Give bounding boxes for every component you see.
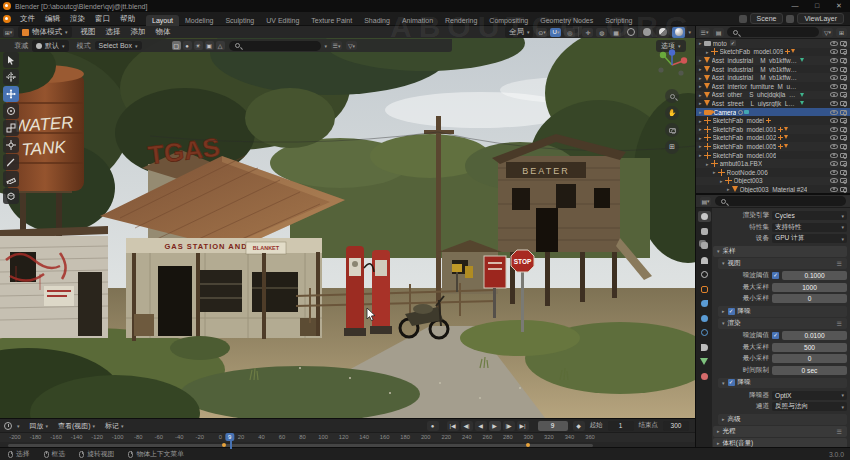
- disable-in-renders-toggle[interactable]: [840, 84, 847, 89]
- outliner-row[interactable]: ▸Asst_industrial__M_vb1kffw_LOD0.001: [696, 65, 850, 74]
- noise-threshold-checkbox[interactable]: ✓: [772, 272, 779, 279]
- tool-scale[interactable]: [3, 120, 19, 136]
- denoiser-dropdown[interactable]: OptiX▾: [772, 391, 847, 400]
- mode-dropdown[interactable]: 物体模式▾: [18, 26, 72, 38]
- keying-set-icon[interactable]: ◆: [573, 421, 585, 431]
- tab-world[interactable]: [698, 269, 711, 280]
- workspace-tab-layout[interactable]: Layout: [146, 15, 179, 26]
- filter-sphere-icon[interactable]: ●: [183, 41, 192, 50]
- outliner-row[interactable]: ▸RootNode.006: [696, 168, 850, 177]
- disable-in-renders-toggle[interactable]: [840, 170, 847, 175]
- disable-in-renders-toggle[interactable]: [840, 110, 847, 115]
- shading-solid-button[interactable]: [640, 27, 653, 38]
- tab-physics[interactable]: [698, 327, 711, 338]
- device-dropdown[interactable]: GPU 计算▾: [772, 234, 847, 243]
- hide-in-viewport-toggle[interactable]: [830, 101, 838, 106]
- disable-in-renders-toggle[interactable]: [840, 118, 847, 123]
- expand-caret[interactable]: ▸: [699, 126, 702, 132]
- hide-in-viewport-toggle[interactable]: [830, 41, 838, 46]
- render-min-samples-field[interactable]: 0: [772, 354, 847, 363]
- zoom-icon[interactable]: [665, 89, 679, 103]
- outliner-scene-icon[interactable]: ▤: [713, 28, 724, 37]
- expand-caret[interactable]: ▸: [699, 66, 702, 72]
- prev-keyframe-button[interactable]: ◀|: [461, 421, 473, 431]
- disable-in-renders-toggle[interactable]: [840, 178, 847, 183]
- close-button[interactable]: ✕: [828, 0, 850, 12]
- play-button[interactable]: ▶: [489, 421, 501, 431]
- axis-gizmo[interactable]: [655, 48, 689, 82]
- filter-light-icon[interactable]: ☀: [194, 41, 203, 50]
- tab-material[interactable]: [698, 371, 711, 382]
- scene-selector[interactable]: Scene: [750, 13, 784, 24]
- active-tool-dropdown[interactable]: Select Box▾: [95, 41, 142, 50]
- outliner-row[interactable]: ▸Asst_interior_furniture_M_ukhmfnsaw_LOD…: [696, 82, 850, 91]
- shading-rendered-button[interactable]: [672, 27, 685, 38]
- expand-caret[interactable]: ▸: [720, 178, 723, 184]
- workspace-tab-geometry-nodes[interactable]: Geometry Nodes: [534, 15, 599, 26]
- preset-icon[interactable]: ☰: [837, 428, 843, 435]
- workspace-tab-texture-paint[interactable]: Texture Paint: [305, 15, 358, 26]
- workspace-tab-shading[interactable]: Shading: [358, 15, 396, 26]
- tab-output[interactable]: [698, 226, 711, 237]
- outliner-row[interactable]: ▸ambut01a.FBX: [696, 159, 850, 168]
- tool-select-box[interactable]: [3, 52, 19, 68]
- disable-in-renders-toggle[interactable]: [840, 75, 847, 80]
- viewport-max-samples-field[interactable]: 1000: [772, 283, 847, 292]
- jump-to-end-button[interactable]: ▶|: [517, 421, 529, 431]
- properties-search-input[interactable]: [715, 196, 846, 206]
- expand-caret[interactable]: ▸: [699, 92, 702, 98]
- timeline-ruler[interactable]: -200-180-160-140-120-100-80-60-40-200204…: [0, 432, 695, 442]
- perspective-toggle-icon[interactable]: ⊞: [665, 140, 679, 154]
- show-overlays-button[interactable]: ◍: [596, 28, 607, 37]
- outliner-row[interactable]: ▸SketchFab_model: [696, 116, 850, 125]
- shading-material-button[interactable]: [656, 27, 669, 38]
- outliner-row[interactable]: ▸SketchFab_model.002: [696, 134, 850, 143]
- snap-magnet-button[interactable]: U▾: [550, 28, 561, 37]
- collection-checkbox[interactable]: ✓: [730, 40, 736, 46]
- workspace-tab-animation[interactable]: Animation: [396, 15, 439, 26]
- view-layer-selector[interactable]: ViewLayer: [797, 13, 844, 24]
- new-collection-button[interactable]: ⊞: [836, 28, 847, 37]
- feature-set-dropdown[interactable]: 支持特性▾: [772, 223, 847, 232]
- viewport-noise-field[interactable]: 0.1000: [782, 271, 847, 280]
- preset-icon[interactable]: ☰: [837, 320, 843, 327]
- expand-caret[interactable]: ▸: [699, 152, 702, 158]
- outliner-row[interactable]: ▸Asst_industrial__M_vb1kffw_LOD0: [696, 56, 850, 65]
- hide-in-viewport-toggle[interactable]: [830, 187, 838, 192]
- render-denoise-checkbox[interactable]: ✓: [728, 379, 735, 386]
- disable-in-renders-toggle[interactable]: [840, 135, 847, 140]
- current-frame-field[interactable]: 9: [538, 421, 568, 431]
- expand-caret[interactable]: ▸: [699, 40, 702, 46]
- outliner-row[interactable]: ▸Object003: [696, 177, 850, 186]
- move-view-icon[interactable]: ✋: [665, 106, 679, 120]
- expand-caret[interactable]: ▸: [699, 118, 702, 124]
- preset-icon[interactable]: ☰: [837, 260, 843, 267]
- timeline-menu-回放[interactable]: 回放 ▾: [25, 421, 53, 431]
- viewport-menu-视图[interactable]: 视图: [76, 27, 101, 37]
- outliner-row[interactable]: ▸Asst_street__L_uiysrgfjk_LOD0: [696, 99, 850, 108]
- expand-caret[interactable]: ▸: [699, 109, 702, 115]
- proportional-editing-button[interactable]: ◎: [564, 28, 575, 37]
- tab-particles[interactable]: [698, 313, 711, 324]
- expand-caret[interactable]: ▸: [699, 100, 702, 106]
- section-advanced[interactable]: ▸高级: [718, 414, 847, 425]
- section-sampling[interactable]: ▾采样: [713, 246, 847, 257]
- outliner-display-mode-dropdown[interactable]: ☰▾: [699, 28, 710, 37]
- tool-move[interactable]: [3, 86, 19, 102]
- tab-object[interactable]: [698, 284, 711, 295]
- viewport-min-samples-field[interactable]: 0: [772, 294, 847, 303]
- filter-funnel-dropdown[interactable]: ▽▾: [346, 41, 357, 50]
- tool-cursor[interactable]: [3, 69, 19, 85]
- timeline-editor-icon[interactable]: [4, 422, 12, 430]
- timeline-menu-标记[interactable]: 标记 ▾: [100, 421, 128, 431]
- expand-caret[interactable]: ▸: [699, 83, 702, 89]
- section-sampling-viewport[interactable]: ▾视图☰: [718, 258, 847, 269]
- expand-caret[interactable]: ▸: [713, 169, 716, 175]
- editor-type-button[interactable]: ⊞▾: [3, 28, 14, 37]
- workspace-tab-scripting[interactable]: Scripting: [599, 15, 638, 26]
- hide-in-viewport-toggle[interactable]: [830, 118, 838, 123]
- expand-caret[interactable]: ▸: [699, 135, 702, 141]
- hide-in-viewport-toggle[interactable]: [830, 84, 838, 89]
- hide-in-viewport-toggle[interactable]: [830, 178, 838, 183]
- maximize-button[interactable]: □: [806, 0, 828, 12]
